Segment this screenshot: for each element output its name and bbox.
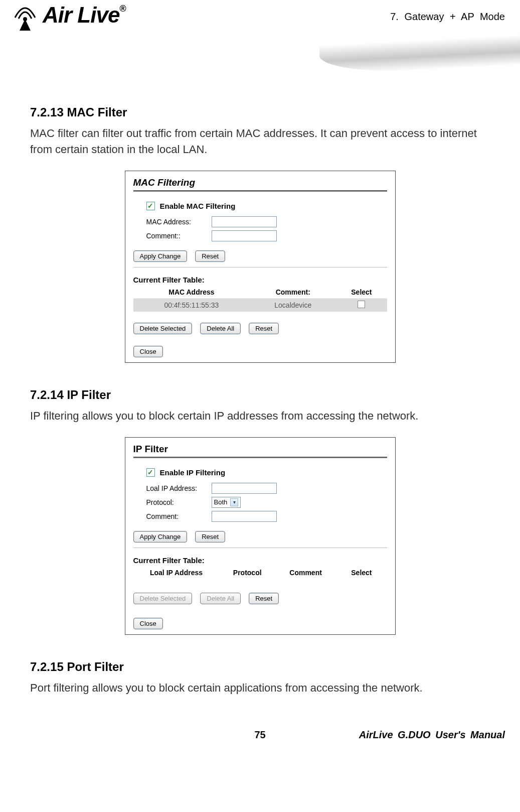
chapter-label: 7. Gateway + AP Mode xyxy=(390,11,505,23)
ip-address-label: Loal IP Address: xyxy=(146,484,212,492)
close-button[interactable]: Close xyxy=(133,618,163,629)
enable-mac-label: Enable MAC Filtering xyxy=(160,202,236,210)
ip-filter-table: Loal IP Address Protocol Comment Select xyxy=(133,567,387,579)
mac-address-label: MAC Address: xyxy=(146,218,212,226)
mac-filtering-title: MAC Filtering xyxy=(133,177,387,188)
section-heading-port: 7.2.15 Port Filter xyxy=(30,660,490,674)
delete-selected-button[interactable]: Delete Selected xyxy=(133,593,193,604)
mac-cell-comment: Localdevice xyxy=(250,298,336,312)
row-select-checkbox[interactable] xyxy=(358,301,365,308)
divider xyxy=(133,191,387,192)
reset-button[interactable]: Reset xyxy=(249,593,279,604)
apply-change-button[interactable]: Apply Change xyxy=(133,250,188,262)
delete-all-button[interactable]: Delete All xyxy=(200,593,241,604)
mac-filter-table: MAC Address Comment: Select 00:4f:55:11:… xyxy=(133,286,387,312)
enable-ip-checkbox[interactable] xyxy=(146,468,155,477)
ip-comment-input[interactable] xyxy=(212,511,277,522)
header-swoosh xyxy=(319,35,520,75)
table-row: 00:4f:55:11:55:33 Localdevice xyxy=(133,298,387,312)
protocol-label: Protocol: xyxy=(146,498,212,506)
chevron-down-icon: ▾ xyxy=(230,498,238,506)
page-footer: 75 AirLive G.DUO User's Manual xyxy=(0,719,520,746)
mac-col-select: Select xyxy=(336,286,387,299)
mac-cell-address: 00:4f:55:11:55:33 xyxy=(133,298,250,312)
section-body-port: Port filtering allows you to block certa… xyxy=(30,680,490,696)
ip-address-input[interactable] xyxy=(212,483,277,494)
manual-title: AirLive G.DUO User's Manual xyxy=(341,729,505,741)
reset-button[interactable]: Reset xyxy=(249,323,279,334)
mac-filtering-panel: MAC Filtering Enable MAC Filtering MAC A… xyxy=(125,171,396,363)
airlive-logo: Air Live® xyxy=(8,3,126,31)
divider xyxy=(133,267,387,267)
ip-col-comment: Comment xyxy=(275,567,336,579)
mac-comment-input[interactable] xyxy=(212,230,277,241)
section-heading-mac: 7.2.13 MAC Filter xyxy=(30,105,490,119)
page-header: 7. Gateway + AP Mode Air Live® xyxy=(0,0,520,75)
logo-text: Air Live xyxy=(43,3,119,27)
page-content: 7.2.13 MAC Filter MAC filter can filter … xyxy=(0,75,520,719)
enable-ip-label: Enable IP Filtering xyxy=(160,468,226,477)
mac-comment-label: Comment:: xyxy=(146,232,212,240)
protocol-value: Both xyxy=(214,498,228,506)
close-button[interactable]: Close xyxy=(133,346,163,357)
divider xyxy=(133,548,387,548)
protocol-select[interactable]: Both ▾ xyxy=(212,497,241,508)
ip-col-protocol: Protocol xyxy=(220,567,275,579)
logo-reg: ® xyxy=(119,4,125,14)
mac-table-title: Current Filter Table: xyxy=(133,276,387,284)
section-body-ip: IP filtering allows you to block certain… xyxy=(30,408,490,424)
antenna-icon xyxy=(8,3,43,31)
mac-cell-select xyxy=(336,298,387,312)
delete-all-button[interactable]: Delete All xyxy=(200,323,241,334)
divider xyxy=(133,458,387,458)
ip-comment-label: Comment: xyxy=(146,512,212,520)
ip-filter-title: IP Filter xyxy=(133,444,387,455)
ip-col-select: Select xyxy=(336,567,387,579)
section-heading-ip: 7.2.14 IP Filter xyxy=(30,388,490,402)
ip-table-title: Current Filter Table: xyxy=(133,556,387,565)
section-body-mac: MAC filter can filter out traffic from c… xyxy=(30,125,490,158)
enable-mac-checkbox[interactable] xyxy=(146,202,155,210)
mac-address-input[interactable] xyxy=(212,216,277,227)
mac-col-address: MAC Address xyxy=(133,286,250,299)
apply-change-button[interactable]: Apply Change xyxy=(133,531,188,543)
ip-col-address: Loal IP Address xyxy=(133,567,220,579)
delete-selected-button[interactable]: Delete Selected xyxy=(133,323,193,334)
ip-filter-panel: IP Filter Enable IP Filtering Loal IP Ad… xyxy=(125,437,396,635)
page-number: 75 xyxy=(179,729,342,741)
reset-button[interactable]: Reset xyxy=(195,250,225,262)
mac-col-comment: Comment: xyxy=(250,286,336,299)
reset-button[interactable]: Reset xyxy=(195,531,225,543)
